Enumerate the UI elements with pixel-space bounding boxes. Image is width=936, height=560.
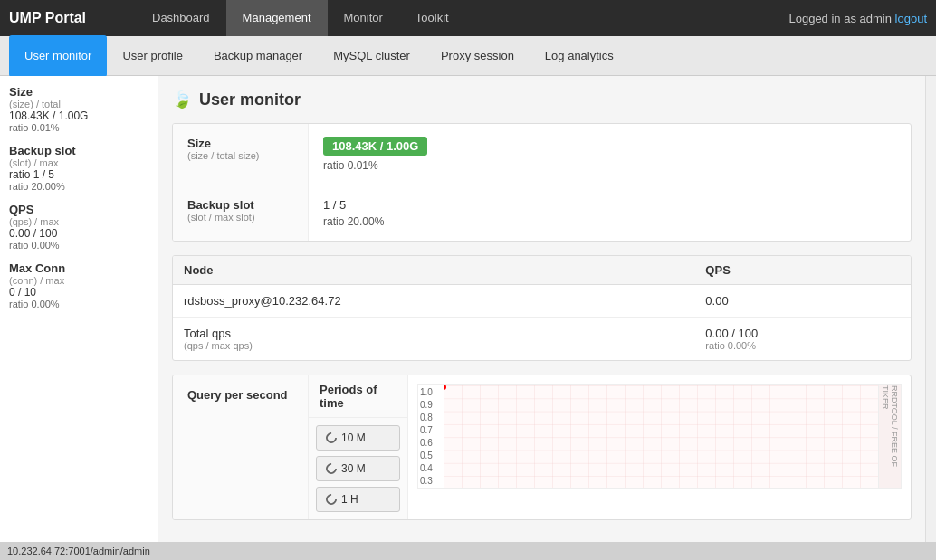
scrollbar[interactable] xyxy=(925,76,936,560)
col-node: Node xyxy=(173,256,694,285)
backup-label-col: Backup slot (slot / max slot) xyxy=(173,185,309,241)
qps-node-card: Node QPS rdsboss_proxy@10.232.64.72 0.00… xyxy=(172,255,912,361)
period-10m-button[interactable]: 10 M xyxy=(316,425,400,451)
total-label: Total qps xyxy=(184,327,683,340)
sidebar: Size (size) / total 108.43K / 1.00G rati… xyxy=(0,76,158,560)
qps-header-row: Query per second Periods of time 10 M xyxy=(173,375,911,519)
status-bar: 10.232.64.72:7001/admin/admin xyxy=(0,542,936,560)
top-nav: UMP Portal Dashboard Management Monitor … xyxy=(0,0,936,36)
col-qps: QPS xyxy=(694,256,911,285)
tab-user-profile[interactable]: User profile xyxy=(107,35,197,77)
nav-management[interactable]: Management xyxy=(226,0,328,36)
size-label-col: Size (size / total size) xyxy=(173,124,309,185)
chart-container: 1.0 0.9 0.8 0.7 0.6 0.5 0.4 0.3 xyxy=(417,384,902,489)
sidebar-conn-value: 0 / 10 xyxy=(9,286,148,299)
qps-inner: Periods of time 10 M 30 M xyxy=(309,375,911,519)
sidebar-qps-sub: (qps) / max xyxy=(9,216,148,227)
qps-section-label: Query per second xyxy=(173,375,309,519)
size-card: Size (size / total size) 108.43K / 1.00G… xyxy=(172,123,912,242)
main-content: 🍃 User monitor Size (size / total size) … xyxy=(158,76,925,560)
tab-proxy-session[interactable]: Proxy session xyxy=(425,35,530,77)
backup-row: Backup slot (slot / max slot) 1 / 5 rati… xyxy=(173,185,911,241)
node-qps: 0.00 xyxy=(694,285,911,318)
size-value-col: 108.43K / 1.00G ratio 0.01% xyxy=(309,124,911,185)
sidebar-size-stat: Size (size) / total 108.43K / 1.00G rati… xyxy=(9,85,148,133)
table-row: rdsboss_proxy@10.232.64.72 0.00 xyxy=(173,285,911,318)
main-layout: Size (size) / total 108.43K / 1.00G rati… xyxy=(0,76,936,560)
sidebar-conn-ratio: ratio 0.00% xyxy=(9,299,148,309)
y-label-1: 1.0 xyxy=(420,387,442,397)
period-30m-button[interactable]: 30 M xyxy=(316,456,400,481)
chart-svg xyxy=(444,385,878,488)
sidebar-backup-value: ratio 1 / 5 xyxy=(9,168,148,181)
y-label-5: 0.6 xyxy=(420,438,442,448)
total-qps-row: Total qps (qps / max qps) 0.00 / 100 rat… xyxy=(173,318,911,361)
periods-buttons: 10 M 30 M 1 H xyxy=(309,418,407,519)
sidebar-qps-label: QPS xyxy=(9,203,148,216)
backup-value-col: 1 / 5 ratio 20.00% xyxy=(309,185,911,241)
period-30m-label: 30 M xyxy=(341,462,366,475)
nav-toolkit[interactable]: Toolkit xyxy=(399,0,465,36)
tab-user-monitor[interactable]: User monitor xyxy=(9,35,107,77)
qps-section: Query per second Periods of time 10 M xyxy=(172,375,912,520)
sidebar-size-sub: (size) / total xyxy=(9,99,148,109)
backup-ratio: ratio 20.00% xyxy=(323,215,896,228)
chart-right-label: RRDTOOL / FREE OF TIKER xyxy=(878,385,901,488)
chart-y-labels: 1.0 0.9 0.8 0.7 0.6 0.5 0.4 0.3 xyxy=(418,385,444,488)
refresh-icon-30m xyxy=(324,461,339,477)
periods-header: Periods of time xyxy=(309,375,407,418)
page-title-container: 🍃 User monitor xyxy=(172,90,912,109)
size-sub-label: (size / total size) xyxy=(187,150,293,161)
backup-label: Backup slot xyxy=(187,198,293,212)
sub-nav: User monitor User profile Backup manager… xyxy=(0,36,936,76)
backup-sub-label: (slot / max slot) xyxy=(187,212,293,223)
sidebar-backup-label: Backup slot xyxy=(9,144,148,157)
qps-content: Periods of time 10 M 30 M xyxy=(309,375,911,519)
y-label-6: 0.5 xyxy=(420,451,442,460)
node-name: rdsboss_proxy@10.232.64.72 xyxy=(173,285,694,318)
backup-value: 1 / 5 xyxy=(323,198,896,212)
status-url: 10.232.64.72:7001/admin/admin xyxy=(7,546,150,556)
refresh-icon-1h xyxy=(324,492,339,508)
logout-link[interactable]: logout xyxy=(895,12,927,25)
total-sub: (qps / max qps) xyxy=(184,340,683,351)
refresh-icon-10m xyxy=(324,431,339,446)
size-badge: 108.43K / 1.00G xyxy=(323,137,427,156)
total-label-cell: Total qps (qps / max qps) xyxy=(173,318,694,361)
node-table: Node QPS rdsboss_proxy@10.232.64.72 0.00… xyxy=(173,256,911,360)
sidebar-conn-sub: (conn) / max xyxy=(9,275,148,286)
sidebar-qps-ratio: ratio 0.00% xyxy=(9,240,148,251)
y-label-2: 0.9 xyxy=(420,400,442,410)
nav-dashboard[interactable]: Dashboard xyxy=(136,0,226,36)
sidebar-size-ratio: ratio 0.01% xyxy=(9,122,148,133)
sidebar-size-label: Size xyxy=(9,85,148,99)
sidebar-backup-sub: (slot) / max xyxy=(9,157,148,168)
y-label-3: 0.8 xyxy=(420,413,442,422)
sidebar-backup-ratio: ratio 20.00% xyxy=(9,181,148,192)
periods-col: Periods of time 10 M 30 M xyxy=(309,375,408,519)
leaf-icon: 🍃 xyxy=(172,90,192,109)
period-1h-label: 1 H xyxy=(341,493,358,506)
sidebar-size-value: 108.43K / 1.00G xyxy=(9,109,148,122)
page-title: User monitor xyxy=(199,90,301,109)
size-label: Size xyxy=(187,137,293,150)
period-1h-button[interactable]: 1 H xyxy=(316,487,400,512)
total-ratio: ratio 0.00% xyxy=(705,340,900,351)
tab-mysql-cluster[interactable]: MySQL cluster xyxy=(318,35,425,77)
graph-col: 1.0 0.9 0.8 0.7 0.6 0.5 0.4 0.3 xyxy=(408,375,911,519)
tab-backup-manager[interactable]: Backup manager xyxy=(198,35,318,77)
sidebar-backup-stat: Backup slot (slot) / max ratio 1 / 5 rat… xyxy=(9,144,148,192)
y-label-8: 0.3 xyxy=(420,476,442,486)
top-nav-links: Dashboard Management Monitor Toolkit xyxy=(136,0,788,36)
nav-monitor[interactable]: Monitor xyxy=(328,0,399,36)
sidebar-qps-stat: QPS (qps) / max 0.00 / 100 ratio 0.00% xyxy=(9,203,148,251)
auth-info: Logged in as admin logout xyxy=(788,12,927,25)
y-label-4: 0.7 xyxy=(420,425,442,435)
tab-log-analytics[interactable]: Log analytics xyxy=(530,35,629,77)
period-10m-label: 10 M xyxy=(341,432,366,444)
size-ratio: ratio 0.01% xyxy=(323,159,896,172)
auth-text: Logged in as admin xyxy=(788,12,891,25)
sidebar-conn-stat: Max Conn (conn) / max 0 / 10 ratio 0.00% xyxy=(9,261,148,309)
app-logo: UMP Portal xyxy=(9,10,136,26)
sidebar-conn-label: Max Conn xyxy=(9,261,148,275)
